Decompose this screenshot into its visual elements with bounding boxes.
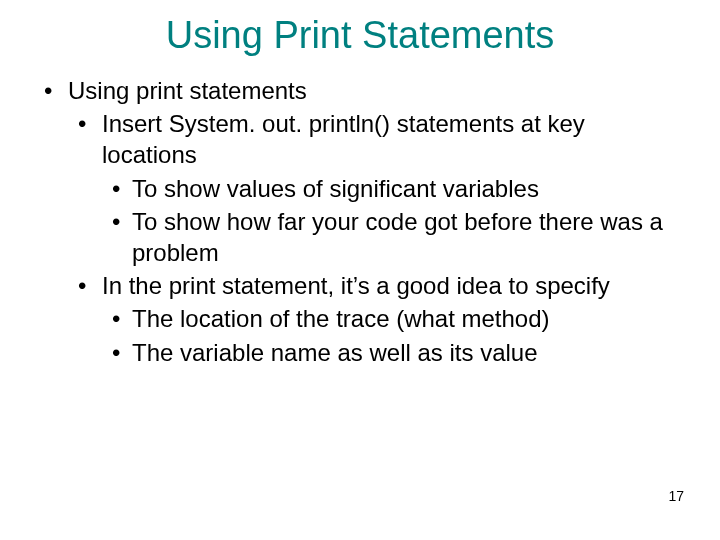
bullet-l3d-text: The variable name as well as its value <box>132 339 538 366</box>
bullet-l2-specify: In the print statement, it’s a good idea… <box>68 270 680 368</box>
bullet-l3-location: The location of the trace (what method) <box>102 303 680 334</box>
bullet-l1: Using print statements Insert System. ou… <box>40 75 680 368</box>
bullet-list-l2: Insert System. out. println() statements… <box>68 108 680 368</box>
bullet-list: Using print statements Insert System. ou… <box>40 75 680 368</box>
bullet-l3-varname: The variable name as well as its value <box>102 337 680 368</box>
bullet-list-l3b: The location of the trace (what method) … <box>102 303 680 367</box>
bullet-l2a-code: System. out. println() <box>169 110 390 137</box>
page-number: 17 <box>668 488 684 504</box>
bullet-l2-insert: Insert System. out. println() statements… <box>68 108 680 268</box>
bullet-l2a-pre: Insert <box>102 110 169 137</box>
bullet-l3-values: To show values of significant variables <box>102 173 680 204</box>
slide-title: Using Print Statements <box>40 14 680 57</box>
bullet-l3a-text: To show values of significant variables <box>132 175 539 202</box>
bullet-list-l3a: To show values of significant variables … <box>102 173 680 269</box>
bullet-l2b-text: In the print statement, it’s a good idea… <box>102 272 610 299</box>
bullet-l3-howfar: To show how far your code got before the… <box>102 206 680 268</box>
slide: Using Print Statements Using print state… <box>0 0 720 540</box>
bullet-l3b-text: To show how far your code got before the… <box>132 208 663 266</box>
bullet-l1-text: Using print statements <box>68 77 307 104</box>
bullet-l3c-text: The location of the trace (what method) <box>132 305 550 332</box>
